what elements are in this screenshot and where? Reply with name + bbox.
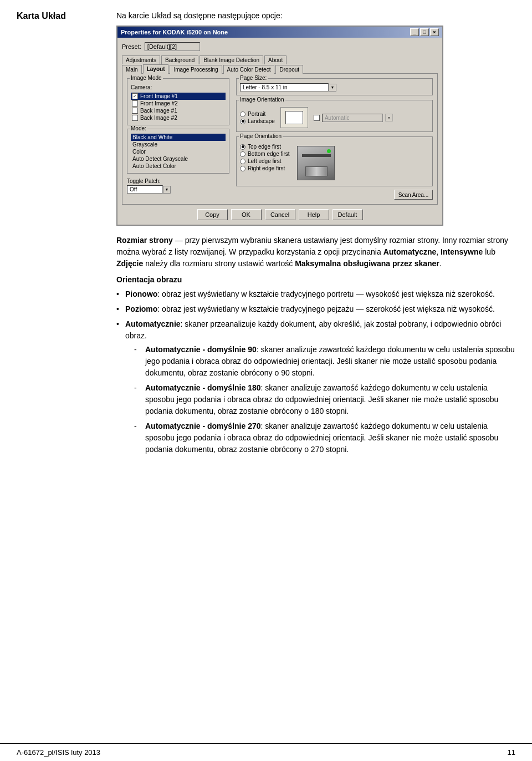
tab-dropout[interactable]: Dropout [275, 65, 303, 74]
camera-item-2[interactable]: Front Image #2 [131, 100, 226, 107]
image-orientation-title: Image Orientation [239, 97, 285, 103]
preset-field[interactable]: [Default][2] [145, 42, 200, 51]
mode-bw[interactable]: Black and White [131, 134, 226, 141]
page-container: Karta Układ Na karcie Układ są dostępne … [0, 0, 532, 761]
dialog-titlebar: Properties for KODAK i5200 on None _ □ × [117, 27, 442, 38]
camera-list: Front Image #1 Front Image #2 Back Image… [131, 93, 226, 121]
checkbox-back2[interactable] [132, 115, 138, 121]
tab-background[interactable]: Background [161, 55, 198, 64]
dialog-title: Properties for KODAK i5200 on None [121, 29, 228, 35]
tab-layout[interactable]: Layout [143, 64, 169, 74]
camera-label-1: Front Image #1 [140, 93, 178, 99]
automatic-select: Automatic [322, 114, 383, 122]
pionowo-bold: Pionowo [125, 290, 157, 298]
page-orientation-group: Page Orientation Top edge first Bottom e… [236, 136, 433, 186]
landscape-label: Landscape [248, 118, 275, 124]
page-orient-radio-group: Top edge first Bottom edge first Left ed… [240, 144, 290, 182]
right-edge-label: Right edge first [248, 165, 285, 171]
footer-left: A-61672_pl/ISIS luty 2013 [17, 748, 100, 757]
bottom-edge-radio[interactable]: Bottom edge first [240, 151, 290, 157]
rozmiar-intro: Rozmiar strony — przy pierwszym wybraniu… [116, 235, 515, 270]
portrait-label: Portrait [248, 111, 265, 117]
camera-label: Camera: [131, 84, 226, 90]
bullet-poziomo: Poziomo: obraz jest wyświetlany w kształ… [116, 303, 515, 315]
copy-button[interactable]: Copy [197, 209, 228, 220]
bottom-edge-label: Bottom edge first [248, 151, 290, 157]
right-edge-icon[interactable] [240, 166, 245, 171]
left-column: Karta Układ [17, 11, 105, 732]
left-edge-radio[interactable]: Left edge first [240, 158, 290, 164]
top-edge-radio[interactable]: Top edge first [240, 144, 290, 150]
toggle-patch-label: Toggle Patch: [127, 178, 229, 184]
camera-item-1[interactable]: Front Image #1 [131, 93, 226, 100]
dialog-window: Properties for KODAK i5200 on None _ □ ×… [116, 26, 443, 226]
mode-grayscale[interactable]: Grayscale [131, 141, 226, 148]
left-edge-label: Left edge first [248, 158, 282, 164]
checkbox-front2[interactable] [132, 100, 138, 106]
tab-blank-image-detection[interactable]: Blank Image Detection [200, 55, 263, 64]
tab-auto-color-detect[interactable]: Auto Color Detect [223, 65, 275, 74]
right-panel: Page Size: Letter - 8.5 x 11 in ▼ Image … [236, 78, 433, 200]
maximize-button[interactable]: □ [420, 28, 429, 36]
left-edge-icon[interactable] [240, 159, 245, 164]
ok-button[interactable]: OK [231, 209, 262, 220]
dialog-bottom-buttons: Copy OK Cancel Help Default [122, 209, 438, 220]
dialog-titlebar-buttons: _ □ × [410, 28, 439, 36]
main-bullet-list: Pionowo: obraz jest wyświetlany w kształ… [116, 288, 515, 455]
tab-main[interactable]: Main [122, 65, 142, 74]
close-button[interactable]: × [430, 28, 439, 36]
image-mode-title: Image Mode [130, 75, 163, 81]
toggle-patch-value[interactable]: Off [127, 185, 163, 194]
toggle-patch-area: Toggle Patch: Off ▼ [127, 178, 229, 194]
scan-area-button[interactable]: Scan Area... [394, 190, 433, 200]
page-size-value[interactable]: Letter - 8.5 x 11 in [240, 83, 329, 92]
portrait-radio[interactable]: Portrait [240, 111, 275, 117]
poziomo-text: : obraz jest wyświetlany w kształcie tra… [157, 305, 494, 313]
intro-text: Na karcie Układ są dostępne następujące … [116, 11, 515, 20]
page-size-group: Page Size: Letter - 8.5 x 11 in ▼ [236, 78, 433, 95]
portrait-radio-icon[interactable] [240, 111, 245, 117]
scan-area-row: Scan Area... [236, 190, 433, 200]
image-orientation-group: Image Orientation Portrait Landscape [236, 100, 433, 132]
page-size-dropdown[interactable]: ▼ [329, 84, 336, 92]
top-edge-icon[interactable] [240, 144, 245, 150]
auto-bold: Automatycznie [125, 319, 181, 328]
camera-item-4[interactable]: Back Image #2 [131, 114, 226, 121]
dialog-body: Preset: [Default][2] Adjustments Backgro… [117, 38, 442, 225]
default-button[interactable]: Default [332, 209, 363, 220]
help-button[interactable]: Help [299, 209, 329, 220]
mode-auto-color[interactable]: Auto Detect Color [131, 163, 226, 170]
sub270-bold: Automatycznie - domyślnie 270 [145, 422, 261, 430]
page-section-title: Karta Układ [17, 11, 105, 21]
camera-label-3: Back Image #1 [140, 108, 177, 114]
bottom-edge-icon[interactable] [240, 151, 245, 157]
landscape-radio-icon[interactable] [240, 119, 245, 124]
sub180-bold: Automatycznie - domyślnie 180 [145, 383, 261, 392]
landscape-radio[interactable]: Landscape [240, 118, 275, 124]
page-footer: A-61672_pl/ISIS luty 2013 11 [0, 743, 532, 761]
content-area: Karta Układ Na karcie Układ są dostępne … [0, 0, 532, 743]
scanner-preview [295, 144, 337, 182]
checkbox-back1[interactable] [132, 108, 138, 114]
right-edge-radio[interactable]: Right edge first [240, 165, 290, 171]
sub-list: Automatycznie - domyślnie 90: skaner ana… [134, 344, 515, 455]
tab-adjustments[interactable]: Adjustments [122, 55, 160, 64]
orientation-radio-group: Portrait Landscape [240, 111, 275, 124]
tab-content: Image Mode Camera: Front Image #1 [122, 73, 438, 205]
toggle-patch-dropdown[interactable]: ▼ [163, 186, 171, 194]
cancel-button[interactable]: Cancel [265, 209, 295, 220]
sub-item-270: Automatycznie - domyślnie 270: skaner an… [134, 420, 515, 455]
orientation-preview [280, 107, 308, 128]
mode-color[interactable]: Color [131, 148, 226, 155]
mode-auto-grayscale[interactable]: Auto Detect Grayscale [131, 155, 226, 163]
sub-item-180: Automatycznie - domyślnie 180: skaner an… [134, 382, 515, 417]
tab-image-processing[interactable]: Image Processing [170, 65, 222, 74]
rozmiar-bold: Rozmiar strony [116, 236, 173, 245]
mode-group: Mode: Black and White Grayscale Color Au… [127, 129, 229, 174]
tab-about[interactable]: About [264, 55, 287, 64]
camera-label-4: Back Image #2 [140, 115, 177, 121]
camera-item-3[interactable]: Back Image #1 [131, 107, 226, 114]
minimize-button[interactable]: _ [410, 28, 419, 36]
checkbox-front1[interactable] [132, 93, 138, 99]
automatic-checkbox[interactable] [314, 115, 320, 121]
